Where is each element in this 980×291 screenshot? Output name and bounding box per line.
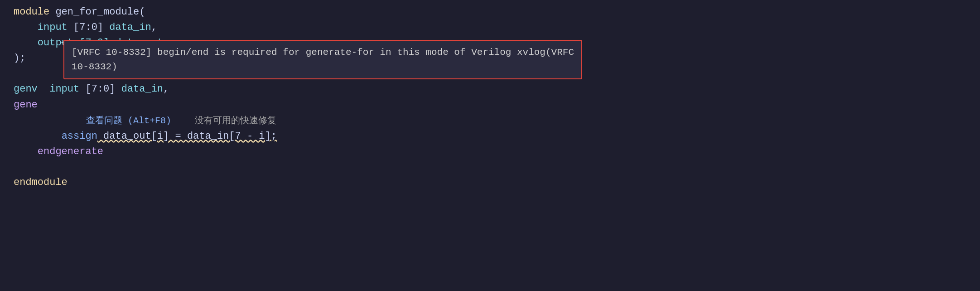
code-line-9: endgenerate (0, 144, 980, 160)
port-data-in: data_in (109, 20, 151, 35)
keyword-genvar: genv (14, 82, 38, 97)
error-line-2: 10-8332) (72, 60, 574, 74)
function-name: gen_for_module( (49, 5, 145, 20)
keyword-generate: gene (14, 97, 38, 113)
code-line-2: input [7:0] data_in, (0, 20, 980, 35)
quickfix-hint: 查看问题 (Alt+F8) 没有可用的快速修复 (0, 113, 980, 129)
code-line-6: genv input [7:0] data_in, (0, 82, 980, 97)
code-line-7: gene (0, 97, 980, 113)
keyword-module: module (14, 5, 49, 20)
error-tooltip: [VRFC 10-8332] begin/end is required for… (63, 40, 582, 79)
assign-expression: data_out[i] = data_in[7 - i]; (97, 129, 277, 144)
code-line-1: module gen_for_module( (0, 5, 980, 20)
no-fix-label: 没有可用的快速修复 (195, 114, 276, 128)
keyword-assign: assign (62, 129, 97, 144)
keyword-input: input (38, 20, 68, 35)
error-line-1: [VRFC 10-8332] begin/end is required for… (72, 45, 574, 60)
view-problem-link[interactable]: 查看问题 (Alt+F8) (86, 114, 171, 128)
code-editor: module gen_for_module( input [7:0] data_… (0, 0, 980, 291)
code-line-10 (0, 160, 980, 175)
keyword-input-2: input (49, 82, 79, 97)
code-line-11: endmodule (0, 175, 980, 190)
keyword-endmodule: endmodule (14, 175, 68, 190)
keyword-endgenerate: endgenerate (38, 144, 103, 160)
port-data-in-2: data_in (121, 82, 163, 97)
code-line-8: assign data_out[i] = data_in[7 - i]; (0, 129, 980, 144)
keyword-output: outp (38, 35, 62, 51)
